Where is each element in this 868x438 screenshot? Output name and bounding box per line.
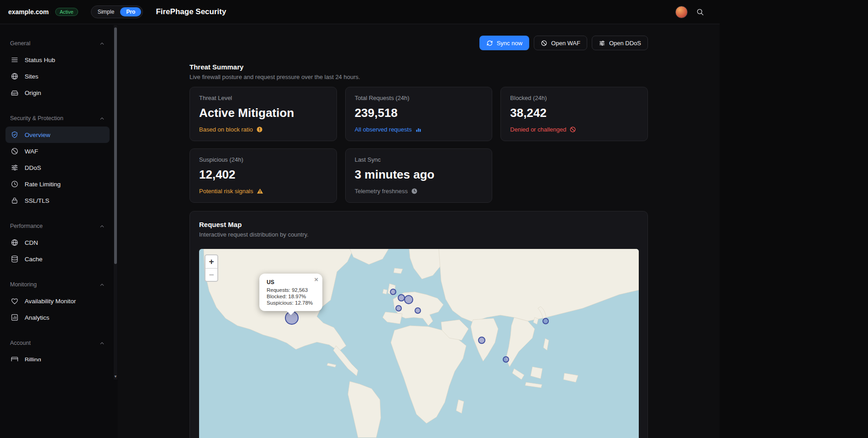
main-content: Sync now Open WAF Open DDoS Threat Summa… [189,24,648,438]
bar-chart-icon [415,126,422,133]
map-marker-NL[interactable] [398,295,405,301]
sidebar-item-ddos[interactable]: DDoS [5,159,110,176]
heart-icon [11,297,19,305]
page-actions: Sync now Open WAF Open DDoS [189,36,648,50]
sidebar-section-security: Security & Protection Overview WAF DDoS [5,114,110,209]
request-map-title: Request Map [199,221,638,228]
chevron-up-icon [99,340,105,346]
map-marker-JP[interactable] [543,318,548,324]
sidebar-section-header-account[interactable]: Account [5,338,110,348]
request-map-subtitle: Interactive request distribution by coun… [199,231,638,238]
stat-card-note[interactable]: Denied or challenged [510,126,638,133]
stat-card-value: 3 minutes ago [355,168,483,182]
stat-card-label: Last Sync [355,156,483,163]
sidebar-item-origin[interactable]: Origin [5,84,110,101]
sidebar-section-header-general[interactable]: General [5,39,110,48]
stat-card-note[interactable]: Potential risk signals [199,188,327,195]
topbar: example.com Active Simple Pro FirePhage … [0,0,720,24]
alert-circle-icon [256,126,263,133]
stat-card-note-text: Potential risk signals [199,188,253,195]
sidebar-item-label: WAF [25,148,38,155]
map-marker-GB[interactable] [390,289,396,295]
status-badge: Active [55,8,78,16]
stat-card-value: Active Mitigation [199,106,327,120]
sidebar-section-general: General Status Hub Sites Origin [5,39,110,101]
sidebar-section-header-performance[interactable]: Performance [5,222,110,231]
map-marker-IT[interactable] [415,308,421,313]
sidebar-item-rate-limiting[interactable]: Rate Limiting [5,176,110,192]
sidebar-section-label: Security & Protection [10,115,63,121]
user-avatar[interactable] [675,6,688,18]
app-title: FirePhage Security [156,7,226,16]
popup-country: US [267,279,315,285]
sidebar-section-label: Monitoring [10,281,37,288]
world-map[interactable]: + − × US Requests: 92,563 Blocked: 18.97… [199,249,639,438]
stat-cards-grid: Threat Level Active Mitigation Based on … [189,87,648,203]
sidebar-item-label: DDoS [25,164,41,171]
mode-pro-button[interactable]: Pro [120,7,141,16]
zoom-out-button[interactable]: − [205,268,217,281]
zoom-in-button[interactable]: + [205,255,217,268]
ban-icon [569,126,576,133]
popup-close-icon[interactable]: × [314,276,318,283]
stat-card-total-requests: Total Requests (24h) 239,518 All observe… [345,87,493,141]
stat-card-value: 12,402 [199,168,327,182]
sidebar-item-analytics[interactable]: Analytics [5,309,110,326]
sidebar-item-availability-monitor[interactable]: Availability Monitor [5,293,110,309]
sidebar-item-billing[interactable]: Billing [5,351,110,361]
sidebar-item-label: Overview [25,132,50,138]
topbar-right [675,6,704,18]
map-popup: × US Requests: 92,563 Blocked: 18.97% Su… [259,274,322,311]
sidebar-item-overview[interactable]: Overview [5,127,110,143]
mode-toggle: Simple Pro [91,5,143,18]
warning-triangle-icon [257,188,263,195]
search-icon[interactable] [696,8,704,16]
sidebar-item-label: CDN [25,239,38,246]
chevron-up-icon [99,282,105,288]
sidebar-item-ssl-tls[interactable]: SSL/TLS [5,192,110,209]
sidebar-item-label: Analytics [25,314,49,321]
stat-card-note-text: Based on block ratio [199,126,253,133]
sync-now-button[interactable]: Sync now [479,36,529,50]
shield-icon [11,131,19,139]
popup-blocked: Blocked: 18.97% [267,294,315,299]
sidebar-item-waf[interactable]: WAF [5,143,110,159]
sidebar-section-label: Account [10,340,31,346]
sidebar-item-cdn[interactable]: CDN [5,234,110,251]
sidebar-scrollbar-thumb[interactable] [114,27,117,264]
map-marker-FR[interactable] [396,306,401,311]
chevron-up-icon [99,116,105,121]
stat-card-last-sync: Last Sync 3 minutes ago Telemetry freshn… [345,148,493,203]
sidebar-section-header-monitoring[interactable]: Monitoring [5,280,110,289]
sliders-icon [11,164,19,172]
sidebar-item-status-hub[interactable]: Status Hub [5,52,110,68]
stat-card-label: Blocked (24h) [510,95,638,101]
server-icon [11,89,19,97]
sidebar-item-cache[interactable]: Cache [5,251,110,267]
popup-suspicious: Suspicious: 12.78% [267,300,315,306]
map-marker-SG[interactable] [503,357,509,362]
sidebar-scrollbar[interactable]: ▼ [114,25,117,380]
sidebar-item-label: Sites [25,73,38,80]
stat-card-label: Total Requests (24h) [355,95,483,101]
stat-card-note[interactable]: Based on block ratio [199,126,327,133]
open-ddos-button[interactable]: Open DDoS [592,36,648,50]
map-marker-IN[interactable] [479,337,485,343]
open-waf-button[interactable]: Open WAF [534,36,587,50]
mode-simple-button[interactable]: Simple [93,7,120,16]
sidebar-section-header-security[interactable]: Security & Protection [5,114,110,123]
chevron-up-icon [99,41,105,47]
sidebar-section-account: Account Billing [5,338,110,361]
scrollbar-down-arrow-icon[interactable]: ▼ [114,375,117,379]
credit-card-icon [11,355,19,361]
sidebar-item-label: Billing [25,356,41,362]
request-map-card: Request Map Interactive request distribu… [189,211,648,438]
sidebar-item-sites[interactable]: Sites [5,68,110,84]
sync-now-label: Sync now [497,40,522,47]
sidebar-section-monitoring: Monitoring Availability Monitor Analytic… [5,280,110,326]
stat-card-note[interactable]: All observed requests [355,126,483,133]
map-marker-DE[interactable] [405,296,413,304]
stat-card-label: Suspicious (24h) [199,156,327,163]
sidebar-item-label: Status Hub [25,57,55,63]
sidebar-section-label: General [10,40,30,47]
